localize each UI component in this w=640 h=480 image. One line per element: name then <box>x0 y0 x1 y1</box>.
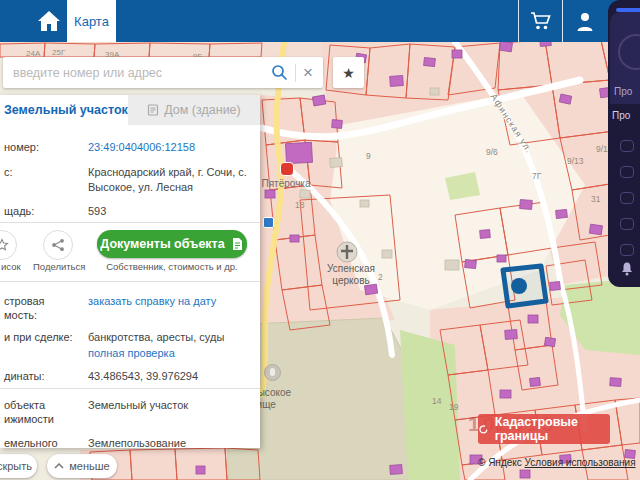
deal-risks-label: и при сделке: <box>4 330 73 344</box>
search-divider <box>295 64 296 82</box>
person-icon <box>576 12 594 31</box>
documents-caption: Собственник, стоимость и др. <box>97 261 247 272</box>
area-label: щадь: <box>4 204 34 218</box>
tab-map-label: Карта <box>74 14 109 29</box>
cadastral-borders-label: Кадастровые границы <box>495 415 610 443</box>
tab-land-label: Земельный участок <box>4 103 128 117</box>
land-use-value: Землепользование <box>88 436 256 448</box>
panel-top-label: Про <box>614 86 632 97</box>
app-window: 24А 25Г 39А 9Б 9 18 2 9/6 7Г 9/13 9/1 31… <box>0 0 640 480</box>
selected-parcel[interactable] <box>503 266 546 306</box>
cadastral-number-label: номер: <box>4 140 39 154</box>
object-documents-label: Документы объекта <box>100 237 224 251</box>
share-caption: Поделиться <box>33 261 85 272</box>
top-navigation-bar: Карта <box>0 0 640 42</box>
panel-tabs: Земельный участок Дом (здание) <box>0 95 260 125</box>
favorites-button[interactable]: ★ <box>333 57 364 88</box>
less-button[interactable]: меньше <box>47 454 117 478</box>
divider <box>0 281 260 282</box>
parcel-number: 14 <box>432 396 441 406</box>
panel-top-section: Про <box>610 12 640 104</box>
parcel-number: 31 <box>591 194 600 204</box>
parcel-number: 7Г <box>532 171 541 181</box>
panel-list-label: Про <box>612 110 630 121</box>
parcel-number: 9 <box>366 151 371 161</box>
object-type-value: Земельный участок <box>88 398 256 413</box>
order-certificate-link[interactable]: заказать справку на дату <box>88 294 256 309</box>
parcel-number: 18 <box>295 200 304 210</box>
search-input[interactable] <box>3 66 271 80</box>
parcel-info-panel: Земельный участок Дом (здание) номер: 23… <box>0 95 260 448</box>
coordinates-label: динаты: <box>4 369 45 383</box>
cart-icon <box>530 11 552 31</box>
pyaterochka-logo-icon <box>280 162 294 176</box>
cadastral-number-link[interactable]: 23:49:0404006:12158 <box>88 140 256 155</box>
parcel-number: 19 <box>449 402 458 412</box>
hide-label: скрыть <box>0 460 32 472</box>
cadastral-cost-label: стровая мость: <box>4 294 45 322</box>
map-house-number: 25Г <box>52 48 65 57</box>
parcel-number: 9/6 <box>486 147 498 157</box>
land-use-label: емельного <box>4 436 58 448</box>
cemetery-icon <box>264 364 281 381</box>
deal-risks-value: банкротства, аресты, суды <box>88 330 256 345</box>
home-button[interactable] <box>30 0 68 42</box>
parcel-number: 9/1 <box>596 144 608 154</box>
checkbox-item[interactable] <box>620 140 634 152</box>
coordinates-value: 43.486543, 39.976294 <box>88 369 256 384</box>
search-icon[interactable] <box>271 64 288 81</box>
tab-map[interactable]: Карта <box>67 0 116 42</box>
full-check-link[interactable]: полная проверка <box>88 346 256 361</box>
add-to-list-caption: исок <box>1 261 21 272</box>
clear-search-icon[interactable]: × <box>303 64 323 81</box>
parcel-number: 9/13 <box>567 156 584 166</box>
object-type-label: объекта ижимости <box>4 398 54 426</box>
terms-link[interactable]: Условия использования <box>525 457 636 468</box>
tab-house-label: Дом (здание) <box>164 103 241 117</box>
poi-label-church: Успенская церковь <box>315 263 387 287</box>
object-documents-button[interactable]: Документы объекта <box>97 230 247 258</box>
divider <box>0 388 260 389</box>
bell-icon[interactable] <box>621 262 633 276</box>
extension-side-panel: Про Про <box>608 0 640 287</box>
search-bar: × <box>3 57 323 88</box>
checkbox-item[interactable] <box>620 192 634 204</box>
cart-button[interactable] <box>519 0 563 42</box>
tab-house-building[interactable]: Дом (здание) <box>128 95 260 125</box>
add-to-list-button[interactable] <box>0 230 17 260</box>
hide-button[interactable]: скрыть <box>0 454 37 478</box>
star-icon: ★ <box>342 65 355 81</box>
poi-label-pyaterochka: Пятёрочка <box>256 178 316 190</box>
panel-body: номер: 23:49:0404006:12158 с: Краснодарс… <box>0 125 260 448</box>
address-label: с: <box>4 165 13 179</box>
share-icon <box>51 238 65 252</box>
checkbox-item[interactable] <box>620 218 634 230</box>
less-label: меньше <box>69 460 109 472</box>
copyright-text: © Яндекс <box>478 457 522 468</box>
area-value: 593 <box>88 204 256 219</box>
home-icon <box>37 10 61 32</box>
account-button[interactable] <box>563 0 607 42</box>
divider <box>0 222 260 223</box>
building-doc-icon <box>147 104 159 116</box>
checkbox-item[interactable] <box>620 166 634 178</box>
tab-land-parcel[interactable]: Земельный участок <box>0 95 128 125</box>
document-icon <box>231 237 244 251</box>
bus-stop-icon <box>263 217 274 228</box>
share-button[interactable] <box>43 230 73 260</box>
parcel-marker <box>511 278 527 294</box>
chevron-up-icon <box>54 463 64 469</box>
logo-circle-icon <box>618 34 640 70</box>
refresh-icon <box>478 423 489 436</box>
checkbox-item[interactable] <box>620 244 634 256</box>
map-attribution: © Яндекс Условия использования <box>478 457 636 468</box>
star-outline-icon <box>0 238 9 252</box>
cadastral-borders-button[interactable]: Кадастровые границы <box>478 414 610 444</box>
address-value: Краснодарский край, г. Сочи, с. Высокое,… <box>88 165 256 195</box>
church-icon <box>336 241 358 263</box>
